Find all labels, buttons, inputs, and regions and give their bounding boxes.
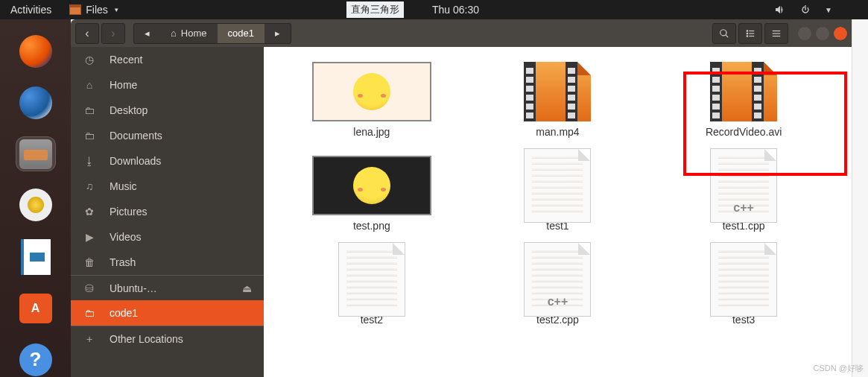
svg-rect-6 [773, 30, 781, 31]
libreoffice-writer-icon [21, 239, 51, 275]
text-file-icon [498, 156, 617, 215]
sidebar-item-other-locations[interactable]: +Other Locations [71, 326, 264, 351]
hamburger-icon [771, 28, 782, 39]
window-controls [798, 27, 847, 40]
file-grid[interactable]: lena.jpgman.mp4RecordVideo.avitest.pngte… [264, 47, 852, 377]
dock-help[interactable]: ? [16, 342, 56, 377]
file-label: test.png [353, 220, 390, 232]
sidebar-icon: ♫ [83, 180, 96, 192]
path-prev-button[interactable]: ◂ [134, 24, 160, 43]
sidebar-item-documents[interactable]: 🗀Documents [71, 123, 264, 148]
sidebar-label: Ubuntu-… [110, 282, 157, 294]
files-toolbar: ‹ › ◂ ⌂ Home code1 ▸ [71, 19, 852, 47]
sidebar-item-recent[interactable]: ◷Recent [71, 47, 264, 72]
nav-forward-button[interactable]: › [101, 23, 125, 44]
close-button[interactable] [834, 27, 847, 40]
dock-firefox[interactable] [16, 34, 56, 69]
path-home-label: Home [181, 28, 207, 39]
image-thumbnail [312, 62, 431, 121]
svg-rect-7 [773, 33, 781, 34]
dock-thunderbird[interactable] [16, 86, 56, 121]
dock-rhythmbox[interactable] [16, 188, 56, 223]
tray-dropdown-icon: ▼ [825, 6, 832, 14]
sidebar-icon: ⛁ [83, 282, 96, 294]
menu-button[interactable] [764, 23, 788, 44]
sidebar-label: Trash [110, 256, 136, 268]
file-RecordVideo-avi[interactable]: RecordVideo.avi [680, 62, 807, 138]
system-tray[interactable]: ▼ [774, 4, 832, 16]
sidebar-item-ubuntu-[interactable]: ⛁Ubuntu-…⏏ [71, 275, 264, 300]
file-test1-cpp[interactable]: c++test1.cpp [680, 156, 807, 232]
launcher-dock: A ? [0, 19, 71, 377]
video-icon [684, 62, 803, 121]
sidebar-item-downloads[interactable]: ⭳Downloads [71, 148, 264, 174]
cpp-file-icon: c++ [684, 156, 803, 215]
dock-software[interactable]: A [16, 291, 56, 326]
sidebar-label: Downloads [110, 155, 161, 167]
path-current[interactable]: code1 [218, 24, 264, 43]
file-label: RecordVideo.avi [706, 126, 782, 138]
sidebar-item-pictures[interactable]: ✿Pictures [71, 199, 264, 224]
sidebar-icon: ▶ [83, 231, 96, 243]
svg-rect-2 [747, 32, 748, 34]
annotation-pill: 直角三角形 [346, 1, 404, 18]
path-home[interactable]: ⌂ Home [160, 24, 218, 43]
appmenu-files[interactable]: Files ▾ [62, 4, 126, 16]
sidebar-item-videos[interactable]: ▶Videos [71, 224, 264, 250]
sidebar-icon: 🗀 [83, 130, 96, 142]
nav-back-button[interactable]: ‹ [75, 23, 99, 44]
text-file-icon [684, 250, 803, 309]
files-icon [19, 139, 52, 169]
svg-rect-1 [749, 30, 754, 31]
sidebar-label: Desktop [110, 104, 148, 116]
firefox-icon [19, 35, 52, 68]
dock-libreoffice[interactable] [16, 239, 56, 275]
sidebar-icon: ✿ [83, 206, 96, 218]
appmenu-label: Files [86, 4, 108, 16]
home-icon: ⌂ [171, 28, 177, 39]
sidebar-label: Recent [110, 54, 142, 66]
sidebar-icon: ⭳ [83, 155, 96, 167]
clock[interactable]: Thu 06:30 [432, 4, 479, 16]
file-man-mp4[interactable]: man.mp4 [494, 62, 621, 138]
file-test3[interactable]: test3 [680, 250, 807, 326]
sidebar-label: Music [110, 180, 137, 192]
file-test2-cpp[interactable]: c++test2.cpp [494, 250, 621, 326]
gnome-topbar: Activities Files ▾ 直角三角形 Thu 06:30 ▼ [0, 0, 868, 19]
sidebar-item-home[interactable]: ⌂Home [71, 72, 264, 98]
sidebar-icon: 🗑 [83, 256, 96, 268]
search-button[interactable] [712, 23, 736, 44]
sidebar-item-code1[interactable]: 🗀code1 [71, 300, 264, 326]
sidebar-label: Documents [110, 130, 162, 142]
power-icon [799, 4, 811, 16]
files-window: ‹ › ◂ ⌂ Home code1 ▸ ◷Recent⌂Home🗀Deskto… [71, 19, 852, 377]
sidebar-item-trash[interactable]: 🗑Trash [71, 250, 264, 275]
list-view-icon [745, 28, 755, 39]
sidebar-icon: ⌂ [83, 79, 96, 91]
activities-button[interactable]: Activities [0, 4, 62, 16]
dock-files[interactable] [16, 136, 56, 171]
eject-icon[interactable]: ⏏ [242, 282, 252, 294]
watermark: CSDN @好哆 [814, 363, 864, 374]
maximize-button[interactable] [816, 27, 829, 40]
file-test1[interactable]: test1 [494, 156, 621, 232]
sidebar-icon: ◷ [83, 54, 96, 66]
sidebar-item-music[interactable]: ♫Music [71, 174, 264, 199]
file-lena-jpg[interactable]: lena.jpg [308, 62, 435, 138]
path-next-button[interactable]: ▸ [264, 24, 291, 43]
sidebar-item-desktop[interactable]: 🗀Desktop [71, 98, 264, 123]
file-test2[interactable]: test2 [308, 250, 435, 326]
image-thumbnail [312, 156, 431, 215]
help-icon: ? [19, 343, 52, 376]
svg-rect-5 [749, 35, 754, 36]
software-icon: A [19, 294, 52, 323]
view-toggle-button[interactable] [738, 23, 762, 44]
right-scroll-gutter [852, 19, 868, 377]
minimize-button[interactable] [798, 27, 811, 40]
path-bar: ◂ ⌂ Home code1 ▸ [133, 23, 291, 44]
video-icon [498, 62, 617, 121]
file-test-png[interactable]: test.png [308, 156, 435, 232]
thunderbird-icon [19, 86, 52, 119]
svg-rect-8 [773, 35, 781, 36]
sidebar-icon: + [83, 333, 96, 345]
